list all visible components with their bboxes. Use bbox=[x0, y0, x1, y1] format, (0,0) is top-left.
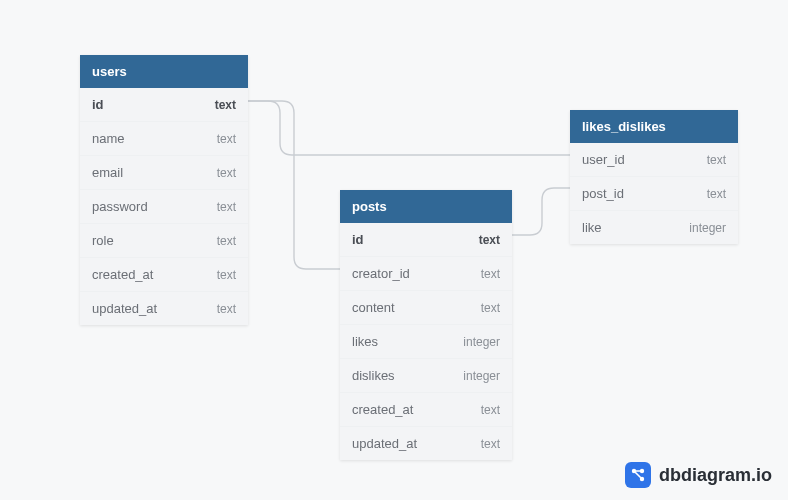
column-name: name bbox=[92, 131, 125, 146]
column-type: text bbox=[217, 200, 236, 214]
column-likes_dislikes-like[interactable]: like integer bbox=[570, 210, 738, 244]
column-name: creator_id bbox=[352, 266, 410, 281]
column-users-role[interactable]: role text bbox=[80, 223, 248, 257]
column-type: text bbox=[217, 268, 236, 282]
column-type: text bbox=[215, 98, 236, 112]
column-posts-updated_at[interactable]: updated_at text bbox=[340, 426, 512, 460]
column-type: text bbox=[217, 302, 236, 316]
table-likes_dislikes[interactable]: likes_dislikes user_id text post_id text… bbox=[570, 110, 738, 244]
column-name: id bbox=[92, 97, 104, 112]
column-type: text bbox=[481, 437, 500, 451]
column-type: text bbox=[217, 132, 236, 146]
table-users-header[interactable]: users bbox=[80, 55, 248, 88]
column-name: post_id bbox=[582, 186, 624, 201]
column-type: text bbox=[217, 234, 236, 248]
diagram-canvas[interactable]: users id text name text email text passw… bbox=[0, 0, 788, 500]
column-name: likes bbox=[352, 334, 378, 349]
column-type: text bbox=[217, 166, 236, 180]
column-type: text bbox=[479, 233, 500, 247]
table-likes_dislikes-header[interactable]: likes_dislikes bbox=[570, 110, 738, 143]
column-name: created_at bbox=[352, 402, 413, 417]
table-users[interactable]: users id text name text email text passw… bbox=[80, 55, 248, 325]
column-posts-creator_id[interactable]: creator_id text bbox=[340, 256, 512, 290]
column-type: text bbox=[481, 267, 500, 281]
brand-name: dbdiagram.io bbox=[659, 465, 772, 486]
column-name: updated_at bbox=[352, 436, 417, 451]
svg-point-1 bbox=[640, 469, 644, 473]
column-name: email bbox=[92, 165, 123, 180]
column-name: updated_at bbox=[92, 301, 157, 316]
rel-users-posts bbox=[248, 101, 340, 269]
rel-users-likes bbox=[248, 101, 570, 155]
column-users-name[interactable]: name text bbox=[80, 121, 248, 155]
column-name: like bbox=[582, 220, 602, 235]
column-likes_dislikes-post_id[interactable]: post_id text bbox=[570, 176, 738, 210]
column-type: integer bbox=[463, 335, 500, 349]
brand-logo-icon bbox=[625, 462, 651, 488]
table-posts[interactable]: posts id text creator_id text content te… bbox=[340, 190, 512, 460]
column-posts-likes[interactable]: likes integer bbox=[340, 324, 512, 358]
column-name: role bbox=[92, 233, 114, 248]
column-name: content bbox=[352, 300, 395, 315]
column-posts-created_at[interactable]: created_at text bbox=[340, 392, 512, 426]
column-type: text bbox=[707, 153, 726, 167]
column-type: text bbox=[481, 403, 500, 417]
column-users-email[interactable]: email text bbox=[80, 155, 248, 189]
rel-posts-likes bbox=[512, 188, 570, 235]
column-type: integer bbox=[463, 369, 500, 383]
table-posts-header[interactable]: posts bbox=[340, 190, 512, 223]
column-likes_dislikes-user_id[interactable]: user_id text bbox=[570, 143, 738, 176]
column-posts-dislikes[interactable]: dislikes integer bbox=[340, 358, 512, 392]
column-users-id[interactable]: id text bbox=[80, 88, 248, 121]
column-name: dislikes bbox=[352, 368, 395, 383]
column-users-password[interactable]: password text bbox=[80, 189, 248, 223]
column-posts-id[interactable]: id text bbox=[340, 223, 512, 256]
column-name: user_id bbox=[582, 152, 625, 167]
column-name: password bbox=[92, 199, 148, 214]
column-type: text bbox=[707, 187, 726, 201]
brand-watermark: dbdiagram.io bbox=[625, 462, 772, 488]
column-users-updated_at[interactable]: updated_at text bbox=[80, 291, 248, 325]
column-users-created_at[interactable]: created_at text bbox=[80, 257, 248, 291]
column-type: text bbox=[481, 301, 500, 315]
column-type: integer bbox=[689, 221, 726, 235]
column-name: created_at bbox=[92, 267, 153, 282]
column-posts-content[interactable]: content text bbox=[340, 290, 512, 324]
column-name: id bbox=[352, 232, 364, 247]
